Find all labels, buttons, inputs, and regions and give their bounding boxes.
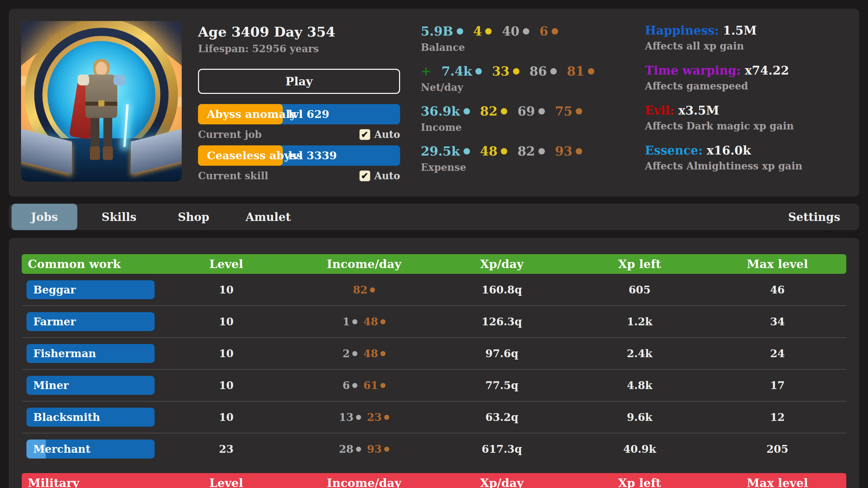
coin-amount: 6	[342, 379, 357, 391]
job-name-label: Farmer	[26, 312, 155, 331]
coin-amount: 29.5k	[421, 142, 470, 160]
coin-value: 69	[517, 102, 535, 120]
coin-icon	[370, 287, 375, 292]
job-button-blacksmith[interactable]: Blacksmith	[26, 408, 155, 427]
job-button-merchant[interactable]: Merchant	[26, 440, 155, 459]
finance-row-label: Net/day	[421, 80, 594, 95]
coin-amount: 93	[555, 142, 583, 160]
job-button-fisherman[interactable]: Fisherman	[26, 344, 155, 363]
coin-amount: 28	[339, 443, 361, 455]
tab-label: Shop	[178, 210, 210, 224]
coin-value: 2	[342, 347, 350, 360]
cell-level: 10	[157, 379, 295, 391]
job-button-miner[interactable]: Miner	[26, 376, 155, 395]
coin-icon	[352, 383, 357, 388]
current-job-name: Abyss anomaly	[207, 108, 296, 121]
column-header-level: Level	[157, 257, 295, 271]
tab-label: Jobs	[31, 210, 58, 224]
coin-icon	[588, 68, 594, 75]
column-header-max-level: Max level	[709, 476, 846, 488]
coin-value: 28	[339, 443, 353, 455]
coin-amount: 6	[539, 22, 558, 40]
buff-value: 1.5M	[723, 23, 757, 37]
cell-xp-left: 605	[571, 284, 708, 296]
skill-auto-checkbox[interactable]	[359, 170, 370, 181]
table-row: Merchant 23 28 93 617.3q 40.9k 205	[22, 433, 846, 465]
section-title: Military	[22, 476, 157, 488]
main-tab-bar: Jobs Skills Shop Amulet Settings	[9, 204, 859, 230]
cell-income: 28 93	[295, 443, 433, 455]
column-header-xp-day: Xp/day	[433, 476, 571, 488]
skill-auto-label: Auto	[374, 170, 400, 182]
coin-value: 33	[492, 62, 510, 80]
buffs-column: Happiness:1.5M Affects all xp gain Time …	[645, 22, 802, 182]
coin-icon	[501, 108, 507, 115]
current-job-level: lvl 629	[288, 108, 329, 121]
coin-amount: 1	[342, 316, 357, 328]
job-name-label: Fisherman	[26, 344, 155, 363]
character-boot	[103, 146, 113, 160]
buff-label: Time warping:	[645, 63, 741, 77]
current-job-bar[interactable]: Abyss anomaly lvl 629	[198, 104, 400, 124]
tab-amulet[interactable]: Amulet	[235, 204, 301, 230]
finance-row-label: Income	[421, 120, 594, 135]
job-button-farmer[interactable]: Farmer	[26, 312, 155, 331]
coin-value: 48	[363, 316, 378, 328]
coin-amount: 69	[517, 102, 545, 120]
coin-amount: 61	[363, 379, 386, 391]
column-header-level: Level	[157, 476, 295, 488]
cell-xp-left: 40.9k	[571, 443, 708, 455]
cell-max-level: 12	[709, 411, 846, 423]
cell-income: 13 23	[295, 411, 433, 423]
table-row: Miner 10 6 61 77.5q 4.8k 17	[22, 369, 846, 401]
cell-max-level: 205	[709, 443, 846, 455]
buff-label: Happiness:	[645, 23, 719, 37]
coin-value: 48	[480, 142, 498, 160]
buff-row: Evil:x3.5M Affects Dark magic xp gain	[645, 102, 802, 134]
tab-shop[interactable]: Shop	[161, 204, 226, 230]
coin-amount: 48	[363, 347, 386, 360]
coin-amount: 48	[363, 316, 386, 328]
play-button-label: Play	[285, 75, 313, 88]
buff-description: Affects Almightiness xp gain	[645, 159, 802, 174]
buff-line: Time warping:x74.22	[645, 62, 802, 79]
job-section: Military Level Income/day Xp/day Xp left…	[22, 473, 846, 488]
coin-amount: 33	[492, 62, 519, 80]
coin-icon	[457, 28, 463, 35]
tab-skills[interactable]: Skills	[86, 204, 152, 230]
current-skill-bar[interactable]: Ceaseless abyss lvl 3339	[198, 145, 400, 166]
column-header-income: Income/day	[295, 257, 433, 271]
play-button[interactable]: Play	[198, 69, 400, 94]
column-header-income: Income/day	[295, 476, 433, 488]
cell-level: 23	[157, 443, 295, 455]
knight-character-graphic	[81, 61, 122, 163]
cell-level: 10	[157, 316, 295, 328]
coin-icon	[475, 68, 482, 75]
skill-auto-toggle: Auto	[359, 170, 400, 182]
coin-amount: 23	[367, 411, 389, 423]
tab-jobs[interactable]: Jobs	[12, 204, 77, 230]
character-torso	[85, 75, 117, 118]
tab-settings[interactable]: Settings	[788, 210, 857, 224]
tab-label: Amulet	[245, 210, 291, 224]
current-job-caption: Current job	[198, 129, 262, 140]
coin-amount: 2	[342, 347, 357, 360]
job-auto-checkbox[interactable]	[359, 129, 370, 140]
job-button-beggar[interactable]: Beggar	[26, 280, 155, 299]
cell-max-level: 34	[709, 316, 846, 328]
finance-row-label: Expense	[421, 160, 594, 175]
cell-xp-day: 160.8q	[433, 284, 571, 296]
coin-icon	[352, 319, 357, 324]
coin-amount: 5.9B	[421, 22, 463, 40]
cell-income: 6 61	[295, 379, 433, 391]
current-job-caption-row: Current job Auto	[198, 128, 400, 141]
coin-icon	[538, 108, 545, 115]
coin-value: 75	[555, 102, 573, 120]
tab-label: Skills	[102, 210, 137, 224]
cell-max-level: 46	[709, 284, 846, 296]
buff-value: x16.0k	[707, 143, 751, 157]
cell-xp-day: 97.6q	[433, 347, 571, 360]
finance-values: + 7.4k 33 86 81	[421, 62, 594, 80]
coin-value: 61	[363, 379, 378, 391]
coin-amount: 82	[480, 102, 508, 120]
